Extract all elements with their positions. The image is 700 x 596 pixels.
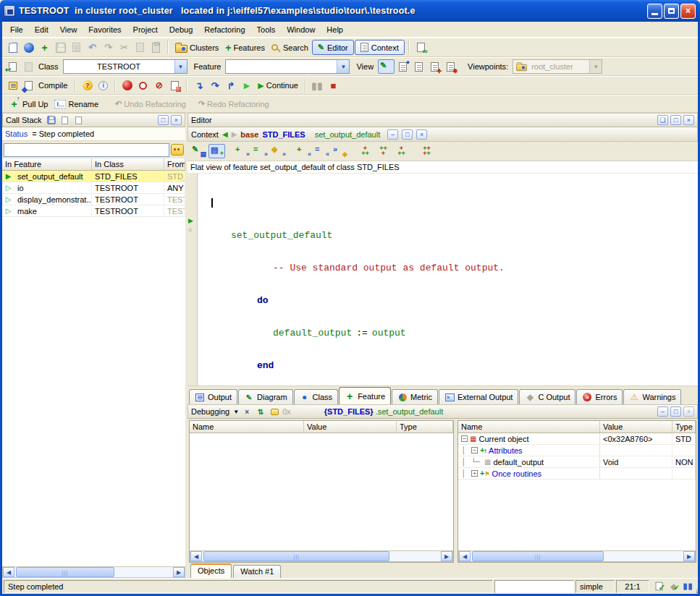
continue-button[interactable]: ▶ Continue: [255, 80, 301, 91]
paste-icon[interactable]: [148, 40, 164, 55]
flat-view-icon[interactable]: ▤+: [208, 144, 225, 158]
editor-tool-button[interactable]: ✎ Editor: [312, 40, 354, 55]
object-tree-row[interactable]: − ▦ Current object <0x32A8760> STD: [458, 433, 696, 445]
scroll-right-icon[interactable]: ▶: [441, 551, 452, 561]
clickable-view-icon[interactable]: ●: [395, 59, 410, 74]
back-class-icon[interactable]: ↩: [5, 59, 20, 74]
tab-feature[interactable]: +Feature: [339, 387, 391, 404]
scroll-left-icon[interactable]: ◀: [3, 567, 14, 577]
flat-view-icon[interactable]: [411, 59, 426, 74]
debugging-minimize-icon[interactable]: –: [657, 406, 668, 417]
menu-tools[interactable]: Tools: [251, 23, 282, 36]
close-button[interactable]: ×: [680, 4, 696, 19]
link-tool-icon[interactable]: ∞: [413, 40, 429, 55]
tab-output[interactable]: Output: [189, 389, 237, 404]
feature-combobox-arrow-icon[interactable]: ▼: [337, 60, 349, 73]
watch-rows[interactable]: [190, 433, 453, 550]
context-tool-button[interactable]: Context: [355, 40, 405, 55]
interface-view-icon[interactable]: ✱: [443, 59, 458, 74]
add-item-icon[interactable]: +: [37, 40, 52, 55]
copy-icon[interactable]: [132, 40, 148, 55]
remove-breakpoint-icon[interactable]: ⊘: [151, 78, 166, 93]
breakpoint-slot-icon[interactable]: ○: [188, 227, 192, 234]
editor-close-icon[interactable]: ×: [683, 115, 694, 125]
run-icon[interactable]: ▶: [239, 78, 254, 93]
object-tree-row[interactable]: │ + +⚑ Once routines: [458, 468, 696, 480]
column-in-feature[interactable]: In Feature: [2, 158, 92, 170]
search-button[interactable]: Search: [269, 43, 311, 53]
context-minimize-icon[interactable]: –: [387, 129, 398, 140]
clients-icon[interactable]: +++: [393, 144, 410, 158]
call-stack-row[interactable]: ▷ make TESTROOT TEST: [2, 205, 185, 217]
tab-external-output[interactable]: >_External Output: [439, 389, 518, 404]
menu-edit[interactable]: Edit: [29, 23, 54, 36]
tab-errors[interactable]: ×Errors: [576, 389, 623, 404]
callers-icon[interactable]: +»: [234, 144, 250, 158]
maximize-button[interactable]: [664, 4, 679, 19]
menu-file[interactable]: File: [4, 23, 29, 36]
rename-button[interactable]: I... Rename: [51, 99, 101, 109]
redo-icon[interactable]: ↷: [101, 40, 116, 55]
watch-hscrollbar[interactable]: ◀ ||| ▶: [190, 550, 453, 562]
object-tree-row[interactable]: │ − +! Attributes: [458, 445, 696, 456]
tab-objects[interactable]: Objects: [190, 563, 232, 578]
scroll-right-icon[interactable]: ▶: [173, 567, 185, 577]
cut-icon[interactable]: ✂: [117, 40, 132, 55]
menu-favorites[interactable]: Favorites: [83, 23, 127, 36]
tab-diagram[interactable]: ✎Diagram: [238, 389, 293, 404]
debugging-maximize-icon[interactable]: □: [670, 406, 681, 417]
bubble-icon[interactable]: [269, 406, 280, 417]
new-document-icon[interactable]: [5, 40, 20, 55]
suppliers-icon[interactable]: ++++: [418, 144, 435, 158]
call-stack-row[interactable]: ▶ set_output_default STD_FILES STD_: [2, 171, 185, 182]
undo-icon[interactable]: ↶: [85, 40, 100, 55]
info-icon[interactable]: i: [96, 78, 111, 93]
hex-toggle[interactable]: 0x: [282, 407, 291, 416]
clusters-button[interactable]: Clusters: [172, 42, 222, 54]
menu-project[interactable]: Project: [127, 23, 164, 36]
code-area[interactable]: ▶ ○ set_output_default -- Use standard o…: [187, 174, 698, 386]
object-tree-row[interactable]: │ └─ ▦ default_output Void NON: [458, 456, 696, 468]
editor-restore-icon[interactable]: ❏: [657, 115, 668, 125]
callees-icon[interactable]: +«: [295, 144, 312, 158]
tab-watch-1[interactable]: Watch #1: [233, 565, 281, 578]
pull-up-button[interactable]: +↑ Pull Up: [5, 95, 51, 112]
editor-gutter[interactable]: ▶ ○: [187, 174, 198, 386]
contract-view-icon[interactable]: ✚: [427, 59, 442, 74]
column-from[interactable]: From: [164, 158, 185, 170]
menu-help[interactable]: Help: [321, 23, 349, 36]
creators-icon[interactable]: ◆»: [270, 144, 287, 158]
step-over-icon[interactable]: ↷: [207, 78, 222, 93]
enable-breakpoint-icon[interactable]: [119, 78, 135, 93]
compile-label[interactable]: Compile: [37, 81, 71, 90]
compile-icon[interactable]: ◆: [21, 78, 36, 93]
call-stack-row[interactable]: ▷ io TESTROOT ANY: [2, 182, 185, 194]
descendants-icon[interactable]: +++: [375, 144, 392, 158]
melt-question-icon[interactable]: ?: [80, 78, 95, 93]
menu-refactoring[interactable]: Refactoring: [198, 23, 250, 36]
breadcrumb-cluster[interactable]: base: [240, 130, 258, 139]
scroll-left-icon[interactable]: ◀: [190, 551, 202, 561]
class-combobox-arrow-icon[interactable]: ▼: [174, 60, 187, 73]
step-into-icon[interactable]: ↴: [191, 78, 206, 93]
context-back-icon[interactable]: ◀: [222, 130, 228, 138]
call-stack-import-icon[interactable]: ↓: [73, 115, 85, 126]
minimize-button[interactable]: [647, 4, 662, 19]
scroll-left-icon[interactable]: ◀: [459, 551, 471, 561]
objects-column-value[interactable]: Value: [600, 421, 672, 433]
watch-column-value[interactable]: Value: [304, 421, 397, 433]
exchange-arrows-icon[interactable]: ⇅: [255, 406, 266, 417]
menu-view[interactable]: View: [54, 23, 83, 36]
call-stack-copy-icon[interactable]: [59, 115, 71, 126]
class-combobox[interactable]: TESTROOT ▼: [63, 59, 187, 74]
show-breakpoints-icon[interactable]: [167, 78, 182, 93]
pause-icon[interactable]: ▮▮: [310, 78, 325, 93]
call-stack-save-icon[interactable]: [46, 115, 57, 126]
basic-view-icon[interactable]: ✎▤: [190, 144, 207, 158]
assignees-icon[interactable]: =«: [313, 144, 330, 158]
menu-debug[interactable]: Debug: [164, 23, 198, 36]
watch-column-name[interactable]: Name: [190, 421, 304, 433]
disable-breakpoint-icon[interactable]: [135, 78, 151, 93]
exception-bubble-icon[interactable]: [171, 144, 184, 156]
call-stack-row[interactable]: ▷ display_demonstrat... TESTROOT TEST: [2, 194, 185, 205]
